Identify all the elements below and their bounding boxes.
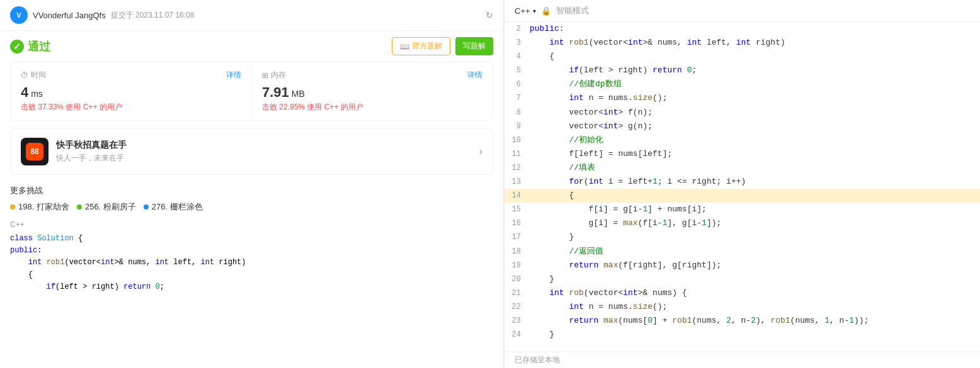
memory-beat: 击败 22.95% 使用 C++ 的用户	[262, 102, 482, 113]
ad-left: 88 快手秋招真题在手 快人一手，未来在手	[21, 138, 127, 165]
check-icon: ✓	[10, 40, 24, 53]
challenge-tag-0[interactable]: 198. 打家劫舍	[10, 201, 69, 213]
memory-icon: ⊞	[262, 71, 268, 80]
refresh-icon[interactable]: ↻	[486, 10, 493, 20]
line-code: }	[527, 272, 980, 286]
tag-label-0: 198. 打家劫舍	[18, 201, 69, 213]
table-row: 13 for(int i = left+1; i <= right; i++)	[504, 175, 980, 189]
challenge-tag-2[interactable]: 276. 栅栏涂色	[144, 201, 203, 213]
code-lang: C++	[10, 220, 493, 229]
code-preview-line-0: class Solution {	[10, 233, 493, 245]
right-panel: C++ ▾ 🔒 智能模式 2 public: 3 int rob1(vector…	[504, 0, 980, 368]
line-code: return max(nums[0] + rob1(nums, 2, n-2),…	[527, 314, 980, 328]
table-row: 22 int n = nums.size();	[504, 300, 980, 314]
line-code: int n = nums.size();	[527, 91, 980, 105]
table-row: 24 }	[504, 328, 980, 342]
table-row: 12 //填表	[504, 161, 980, 175]
line-code: g[i] = max(f[i-1], g[i-1]);	[527, 216, 980, 230]
time-detail[interactable]: 详情	[226, 70, 241, 81]
ad-title: 快手秋招真题在手	[56, 140, 127, 151]
line-code: public:	[527, 22, 980, 36]
write-solution-button[interactable]: 写题解	[455, 37, 493, 55]
tag-label-2: 276. 栅栏涂色	[152, 201, 203, 213]
line-number: 3	[504, 36, 527, 50]
header-left: V VVonderful JangQfs 提交于 2023.11.07 16:0…	[10, 6, 194, 24]
line-number: 13	[504, 175, 527, 189]
ad-logo: 88	[21, 138, 48, 165]
line-number: 19	[504, 259, 527, 272]
time-label: ⏱ 时间	[21, 70, 46, 81]
clock-icon: ⏱	[21, 71, 28, 80]
challenge-tags: 198. 打家劫舍 256. 粉刷房子 276. 栅栏涂色	[0, 201, 503, 220]
official-solution-button[interactable]: 📖 官方题解	[392, 37, 450, 55]
code-preview-section: C++ class Solution { public: int rob1(ve…	[0, 220, 503, 293]
action-buttons: 📖 官方题解 写题解	[392, 37, 493, 55]
line-number: 10	[504, 133, 527, 147]
line-number: 22	[504, 300, 527, 314]
tag-dot-green	[77, 204, 82, 209]
table-row: 19 return max(f[right], g[right]);	[504, 259, 980, 272]
line-number: 15	[504, 203, 527, 216]
memory-label: ⊞ 内存	[262, 70, 286, 81]
chevron-right-icon: ›	[479, 146, 482, 157]
table-row: 8 vector<int> f(n);	[504, 106, 980, 120]
lock-icon: 🔒	[541, 6, 551, 16]
line-number: 12	[504, 161, 527, 175]
table-row: 6 //创建dp数组	[504, 77, 980, 91]
code-preview-line-1: public:	[10, 245, 493, 257]
line-number: 24	[504, 328, 527, 342]
line-code: f[i] = g[i-1] + nums[i];	[527, 203, 980, 216]
table-row: 15 f[i] = g[i-1] + nums[i];	[504, 203, 980, 216]
ad-logo-icon: 88	[26, 143, 43, 160]
submit-date: 提交于 2023.11.07 16:08	[111, 10, 195, 21]
line-number: 7	[504, 91, 527, 105]
time-header: ⏱ 时间 详情	[21, 70, 241, 81]
metrics-row: ⏱ 时间 详情 4 ms 击败 37.33% 使用 C++ 的用户 ⊞ 内存 详…	[10, 62, 493, 121]
line-number: 9	[504, 120, 527, 133]
memory-detail[interactable]: 详情	[467, 70, 482, 81]
line-number: 20	[504, 272, 527, 286]
code-editor[interactable]: 2 public: 3 int rob1(vector<int>& nums, …	[504, 22, 980, 352]
chevron-down-icon: ▾	[533, 8, 536, 14]
table-row: 10 //初始化	[504, 133, 980, 147]
table-row: 18 //返回值	[504, 245, 980, 259]
bottom-bar: 已存储至本地	[504, 352, 980, 368]
ad-text: 快手秋招真题在手 快人一手，未来在手	[56, 140, 127, 164]
table-row: 3 int rob1(vector<int>& nums, int left, …	[504, 36, 980, 50]
header-right: ↻	[486, 10, 493, 20]
line-code: {	[527, 189, 980, 203]
time-metric: ⏱ 时间 详情 4 ms 击败 37.33% 使用 C++ 的用户	[11, 62, 252, 120]
smart-mode-label: 智能模式	[556, 5, 589, 16]
line-code: return max(f[right], g[right]);	[527, 259, 980, 272]
tag-label-1: 256. 粉刷房子	[85, 201, 136, 213]
line-code: int n = nums.size();	[527, 300, 980, 314]
tag-dot-orange	[10, 204, 15, 209]
table-row: 9 vector<int> g(n);	[504, 120, 980, 133]
line-code: {	[527, 50, 980, 64]
table-row: 7 int n = nums.size();	[504, 91, 980, 105]
table-row: 5 if(left > right) return 0;	[504, 64, 980, 77]
line-number: 17	[504, 230, 527, 244]
line-code: vector<int> f(n);	[527, 106, 980, 120]
table-row: 23 return max(nums[0] + rob1(nums, 2, n-…	[504, 314, 980, 328]
challenge-tag-1[interactable]: 256. 粉刷房子	[77, 201, 136, 213]
lang-label: C++	[515, 6, 530, 16]
language-selector[interactable]: C++ ▾	[515, 6, 536, 16]
username: VVonderful JangQfs	[33, 11, 106, 20]
status-bar: ✓ 通过 📖 官方题解 写题解	[0, 31, 503, 62]
time-beat: 击败 37.33% 使用 C++ 的用户	[21, 102, 241, 113]
left-panel: V VVonderful JangQfs 提交于 2023.11.07 16:0…	[0, 0, 504, 368]
table-row: 16 g[i] = max(f[i-1], g[i-1]);	[504, 216, 980, 230]
line-number: 14	[504, 189, 527, 203]
line-code: f[left] = nums[left];	[527, 147, 980, 161]
code-preview: class Solution { public: int rob1(vector…	[10, 233, 493, 293]
line-number: 6	[504, 77, 527, 91]
more-challenges-label: 更多挑战	[0, 182, 503, 201]
table-row: 20 }	[504, 272, 980, 286]
code-preview-line-2: int rob1(vector<int>& nums, int left, in…	[10, 257, 493, 269]
memory-value: 7.91 MB	[262, 84, 482, 101]
time-value: 4 ms	[21, 84, 241, 101]
ad-card[interactable]: 88 快手秋招真题在手 快人一手，未来在手 ›	[10, 128, 493, 175]
memory-header: ⊞ 内存 详情	[262, 70, 482, 81]
table-row: 11 f[left] = nums[left];	[504, 147, 980, 161]
